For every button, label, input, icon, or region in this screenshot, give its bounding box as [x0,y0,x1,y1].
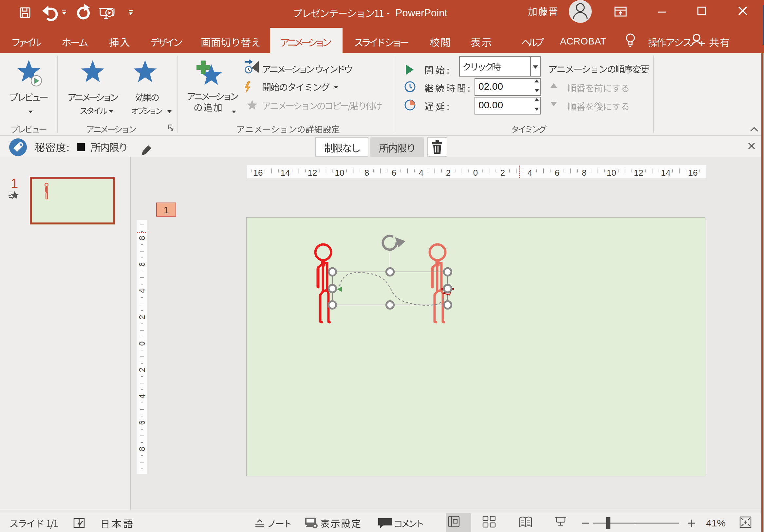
svg-text:14: 14 [661,168,671,178]
svg-text:8: 8 [364,168,369,178]
svg-text:2: 2 [137,315,146,319]
svg-text:0: 0 [137,341,146,345]
svg-text:6: 6 [137,262,146,267]
svg-text:4: 4 [137,289,146,293]
svg-text:10: 10 [607,168,616,178]
svg-text:6: 6 [555,168,559,178]
svg-text:12: 12 [308,168,317,178]
svg-text:10: 10 [335,168,344,178]
svg-text:2: 2 [137,368,146,372]
svg-text:16: 16 [254,168,263,178]
svg-text:2: 2 [500,168,505,178]
svg-text:12: 12 [634,168,644,178]
svg-text:0: 0 [473,168,478,178]
svg-text:6: 6 [392,168,396,178]
svg-text:4: 4 [419,168,423,178]
svg-text:8: 8 [582,168,587,178]
svg-text:4: 4 [527,168,532,178]
svg-text:16: 16 [688,168,698,178]
svg-text:8: 8 [137,447,146,451]
svg-text:6: 6 [137,420,146,425]
svg-text:8: 8 [137,236,146,240]
svg-text:2: 2 [446,168,451,178]
svg-text:14: 14 [281,168,290,178]
svg-text:4: 4 [137,394,146,399]
